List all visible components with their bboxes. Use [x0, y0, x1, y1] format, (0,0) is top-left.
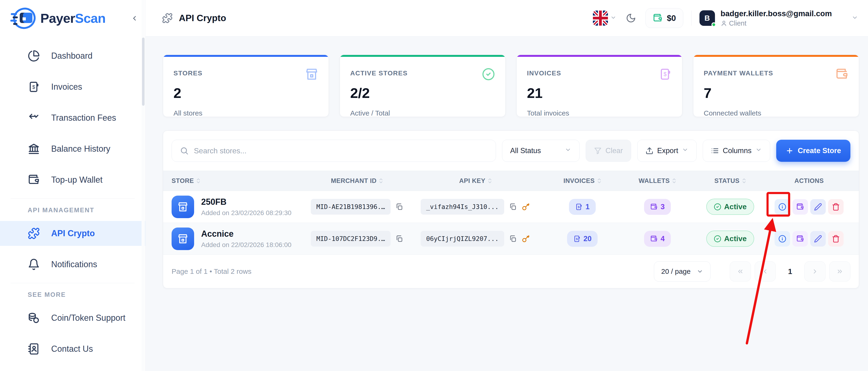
info-icon	[778, 235, 786, 243]
pie-chart-icon	[28, 50, 40, 62]
edit-action-button[interactable]	[810, 231, 826, 247]
sidebar-scrollbar[interactable]	[142, 0, 145, 371]
column-header-store[interactable]: STORE	[172, 177, 305, 185]
export-button[interactable]: Export	[637, 140, 697, 162]
sidebar-item-transaction-fees[interactable]: Transaction Fees	[0, 105, 145, 130]
info-action-button[interactable]	[775, 199, 790, 215]
person-icon	[721, 20, 727, 27]
wallets-badge: 4	[644, 231, 671, 247]
sidebar-item-contact-us[interactable]: Contact Us	[0, 337, 145, 361]
copy-merchant-id-button[interactable]	[395, 203, 403, 211]
sidebar-item-label: Top-up Wallet	[51, 175, 102, 185]
dark-mode-toggle[interactable]	[624, 11, 638, 25]
wallets-action-button[interactable]	[793, 231, 808, 247]
api-key-cell: 06yCIjrjQIZL9207...	[409, 231, 542, 247]
chevron-left-icon	[762, 268, 769, 275]
avatar: B	[700, 10, 715, 26]
copy-merchant-id-button[interactable]	[395, 235, 403, 243]
wallet-balance-button[interactable]: $0	[646, 8, 683, 28]
previous-page-button[interactable]	[755, 261, 776, 282]
wallet-balance: $0	[667, 13, 676, 23]
column-header-merchant-id[interactable]: MERCHANT ID	[305, 177, 409, 185]
wallets-action-button[interactable]	[793, 199, 808, 215]
api-key-chip: _vifazh94Is_J310...	[421, 199, 504, 215]
copy-icon	[395, 235, 403, 243]
storefront-icon	[178, 202, 188, 212]
column-header-invoices[interactable]: INVOICES	[542, 177, 622, 185]
delete-action-button[interactable]	[828, 199, 844, 215]
merchant-id-chip: MID-107DC2F123D9.…	[311, 231, 391, 247]
invoices-cell: $ 1	[542, 199, 622, 215]
column-header-wallets[interactable]: WALLETS	[622, 177, 693, 185]
sidebar-item-api-crypto[interactable]: API Crypto	[0, 221, 145, 246]
payerscan-logo-icon	[9, 6, 37, 31]
language-selector[interactable]	[593, 10, 616, 26]
actions-cell	[768, 231, 850, 247]
column-header-api-key[interactable]: API KEY	[409, 177, 542, 185]
sidebar-item-label: API Crypto	[51, 228, 95, 238]
status-filter-select[interactable]: All Status	[502, 140, 580, 162]
chevron-down-icon	[565, 147, 571, 155]
table-header-row: STORE MERCHANT ID API KEY INVOICES	[163, 171, 859, 191]
sidebar-nav: Dashboard $ Invoices Transaction Fees Ba…	[0, 36, 145, 361]
table-footer: Page 1 of 1 • Total 2 rows 20 / page 1	[163, 255, 859, 288]
invoices-badge: $ 20	[567, 231, 598, 247]
sidebar-item-invoices[interactable]: $ Invoices	[0, 74, 145, 99]
copy-api-key-button[interactable]	[509, 235, 517, 243]
table-toolbar: All Status Clear Export Columns	[163, 131, 859, 171]
puzzle-icon	[162, 13, 173, 24]
first-page-button[interactable]	[730, 261, 751, 282]
search-input[interactable]	[194, 147, 488, 155]
sidebar-item-label: Coin/Token Support	[51, 313, 125, 323]
regenerate-key-button[interactable]	[522, 203, 530, 211]
online-status-dot	[711, 22, 716, 27]
column-header-actions: ACTIONS	[768, 177, 850, 185]
create-store-button[interactable]: Create Store	[776, 140, 850, 162]
stat-card-active-stores: ACTIVE STORES 2/2 Active / Total	[340, 55, 505, 117]
stat-label: INVOICES	[527, 69, 672, 77]
stat-value: 7	[704, 85, 848, 101]
sidebar-item-notifications[interactable]: Notifications	[0, 252, 145, 277]
store-cell: 250FB Added on 23/02/2026 08:29:30	[172, 195, 305, 218]
page-size-select[interactable]: 20 / page	[654, 261, 711, 282]
store-cell: Accnice Added on 22/02/2026 18:06:00	[172, 227, 305, 250]
columns-button[interactable]: Columns	[703, 140, 770, 162]
info-action-button[interactable]	[775, 231, 790, 247]
store-added-date: Added on 23/02/2026 08:29:30	[201, 209, 291, 217]
check-circle-icon	[482, 68, 495, 81]
next-page-button[interactable]	[804, 261, 826, 282]
check-circle-icon	[714, 235, 721, 243]
stat-accent	[517, 55, 682, 57]
user-menu[interactable]: B badger.killer.boss@gmail.com Client	[700, 9, 858, 27]
brand-name[interactable]: PayerScan	[40, 10, 105, 26]
sidebar-section-see-more: SEE MORE	[0, 291, 145, 299]
list-icon	[711, 147, 719, 155]
last-page-button[interactable]	[829, 261, 850, 282]
sidebar-item-balance-history[interactable]: Balance History	[0, 136, 145, 161]
current-page: 1	[788, 267, 792, 276]
svg-text:$: $	[32, 84, 35, 90]
transfer-arrows-icon	[28, 112, 40, 124]
regenerate-key-button[interactable]	[522, 234, 530, 243]
puzzle-icon	[28, 227, 40, 240]
sidebar-item-coin-token-support[interactable]: Coin/Token Support	[0, 306, 145, 330]
sidebar-scrollbar-thumb[interactable]	[142, 37, 145, 106]
edit-action-button[interactable]	[810, 199, 826, 215]
stat-card-payment-wallets: PAYMENT WALLETS 7 Connected wallets	[693, 55, 859, 117]
sidebar-collapse-button[interactable]	[131, 14, 138, 22]
user-role: Client	[721, 20, 832, 27]
copy-icon	[509, 203, 517, 211]
app-root: PayerScan Dashboard $ Invoices Transacti…	[0, 0, 868, 371]
wallet-icon	[653, 13, 662, 23]
delete-action-button[interactable]	[828, 231, 844, 247]
trash-icon	[832, 203, 840, 211]
copy-api-key-button[interactable]	[509, 203, 517, 211]
column-header-status[interactable]: STATUS	[693, 177, 768, 185]
clear-filters-button[interactable]: Clear	[586, 140, 631, 162]
sidebar-item-dashboard[interactable]: Dashboard	[0, 43, 145, 68]
copy-icon	[395, 203, 403, 211]
plus-icon	[785, 147, 794, 155]
invoice-icon: $	[573, 235, 581, 243]
sidebar-item-topup-wallet[interactable]: Top-up Wallet	[0, 167, 145, 192]
key-icon	[522, 203, 530, 211]
